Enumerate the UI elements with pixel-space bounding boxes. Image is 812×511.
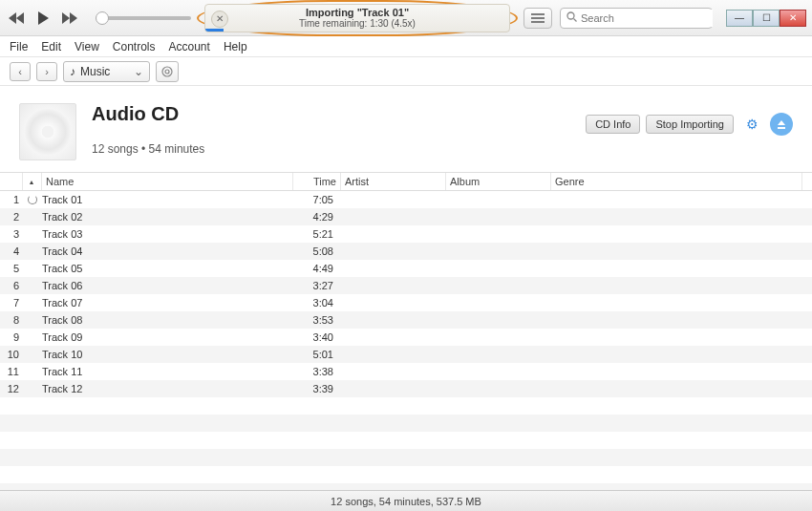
play-button[interactable] [32, 8, 53, 29]
table-row[interactable]: 11Track 113:38 [0, 363, 812, 380]
track-number: 8 [0, 314, 23, 326]
menu-file[interactable]: File [10, 40, 28, 53]
track-name: Track 02 [42, 211, 293, 223]
svg-line-1 [574, 18, 577, 21]
track-number: 1 [0, 194, 23, 205]
minimize-button[interactable]: — [726, 10, 753, 27]
table-row[interactable]: 6Track 063:27 [0, 277, 812, 294]
back-button[interactable]: ‹ [10, 62, 31, 81]
library-dropdown[interactable]: ♪ Music ⌄ [63, 61, 150, 82]
search-input[interactable] [581, 10, 713, 27]
table-row[interactable]: 7Track 073:04 [0, 294, 812, 311]
empty-row [0, 397, 812, 415]
options-button[interactable]: ⚙ [739, 114, 764, 135]
volume-slider[interactable] [96, 16, 191, 20]
empty-stripes [0, 397, 812, 500]
table-row[interactable]: 2Track 024:29 [0, 208, 812, 225]
stop-importing-button[interactable]: Stop Importing [646, 115, 734, 134]
track-number: 10 [0, 349, 23, 360]
track-time: 3:40 [293, 331, 341, 343]
track-number: 11 [0, 366, 23, 377]
next-button[interactable] [59, 8, 80, 29]
eject-button[interactable] [770, 113, 793, 136]
track-name: Track 09 [42, 331, 293, 343]
track-name: Track 12 [42, 383, 293, 394]
lcd-subtitle: Time remaining: 1:30 (4.5x) [299, 18, 416, 29]
top-toolbar: ✕ Importing "Track 01" Time remaining: 1… [0, 0, 812, 36]
status-lcd: ✕ Importing "Track 01" Time remaining: 1… [204, 4, 510, 32]
empty-row [0, 432, 812, 449]
col-genre[interactable]: Genre [551, 173, 802, 190]
menu-help[interactable]: Help [224, 40, 247, 53]
cd-meta: 12 songs • 54 minutes [92, 142, 204, 156]
table-row[interactable]: 12Track 123:39 [0, 380, 812, 397]
track-time: 4:49 [293, 263, 341, 274]
window-controls: — ☐ ✕ [726, 10, 806, 27]
col-indicator[interactable]: ▴ [23, 173, 42, 190]
menu-controls[interactable]: Controls [113, 40, 156, 53]
maximize-button[interactable]: ☐ [753, 10, 780, 27]
table-row[interactable]: 10Track 105:01 [0, 346, 812, 363]
menu-bar: File Edit View Controls Account Help [0, 36, 812, 57]
track-time: 5:01 [293, 349, 341, 360]
volume-knob[interactable] [96, 11, 109, 25]
track-list: 1Track 017:052Track 024:293Track 035:214… [0, 191, 812, 397]
table-row[interactable]: 8Track 083:53 [0, 311, 812, 329]
table-row[interactable]: 3Track 035:21 [0, 225, 812, 243]
track-time: 3:39 [293, 383, 341, 394]
menu-edit[interactable]: Edit [41, 40, 61, 53]
track-time: 3:27 [293, 280, 341, 291]
chevron-down-icon: ⌄ [134, 65, 143, 78]
dropdown-label: Music [80, 65, 110, 78]
column-headers: ▴ Name Time Artist Album Genre [0, 172, 812, 191]
lcd-title: Importing "Track 01" [306, 7, 409, 18]
table-row[interactable]: 1Track 017:05 [0, 191, 812, 208]
playback-controls [6, 8, 191, 29]
col-blank[interactable] [0, 173, 23, 190]
track-time: 7:05 [293, 194, 341, 205]
import-progress-bar [205, 29, 224, 32]
cd-header: Audio CD 12 songs • 54 minutes CD Info S… [0, 86, 812, 172]
track-name: Track 04 [42, 245, 293, 257]
sort-arrow-icon: ▴ [30, 178, 33, 186]
col-artist[interactable]: Artist [341, 173, 446, 190]
cd-info-button[interactable]: CD Info [586, 115, 640, 134]
search-box[interactable] [560, 8, 713, 29]
track-number: 6 [0, 280, 23, 291]
nav-bar: ‹ › ♪ Music ⌄ [0, 57, 812, 86]
col-album[interactable]: Album [446, 173, 551, 190]
menu-view[interactable]: View [75, 40, 99, 53]
track-name: Track 11 [42, 366, 293, 377]
close-button[interactable]: ✕ [780, 10, 806, 27]
track-name: Track 07 [42, 297, 293, 309]
track-time: 4:29 [293, 211, 341, 223]
lcd-box: ✕ Importing "Track 01" Time remaining: 1… [204, 4, 510, 32]
track-name: Track 08 [42, 314, 293, 326]
empty-row [0, 415, 812, 432]
track-number: 12 [0, 383, 23, 394]
list-view-button[interactable] [524, 8, 552, 29]
track-number: 4 [0, 245, 23, 257]
import-indicator [23, 195, 42, 204]
status-text: 12 songs, 54 minutes, 537.5 MB [331, 496, 481, 507]
cd-title: Audio CD [92, 103, 204, 125]
track-number: 3 [0, 228, 23, 240]
menu-account[interactable]: Account [169, 40, 210, 53]
cd-artwork [19, 103, 76, 160]
table-row[interactable]: 4Track 045:08 [0, 243, 812, 260]
table-row[interactable]: 9Track 093:40 [0, 329, 812, 346]
track-name: Track 05 [42, 263, 293, 274]
forward-button[interactable]: › [36, 62, 57, 81]
col-name[interactable]: Name [42, 173, 293, 190]
empty-row [0, 449, 812, 466]
empty-row [0, 466, 812, 483]
track-number: 2 [0, 211, 23, 223]
activity-button[interactable] [156, 61, 179, 82]
spinner-icon [28, 195, 37, 204]
track-time: 5:21 [293, 228, 341, 240]
track-time: 5:08 [293, 245, 341, 257]
col-time[interactable]: Time [293, 173, 341, 190]
table-row[interactable]: 5Track 054:49 [0, 260, 812, 277]
previous-button[interactable] [6, 8, 27, 29]
cancel-import-button[interactable]: ✕ [211, 11, 228, 28]
